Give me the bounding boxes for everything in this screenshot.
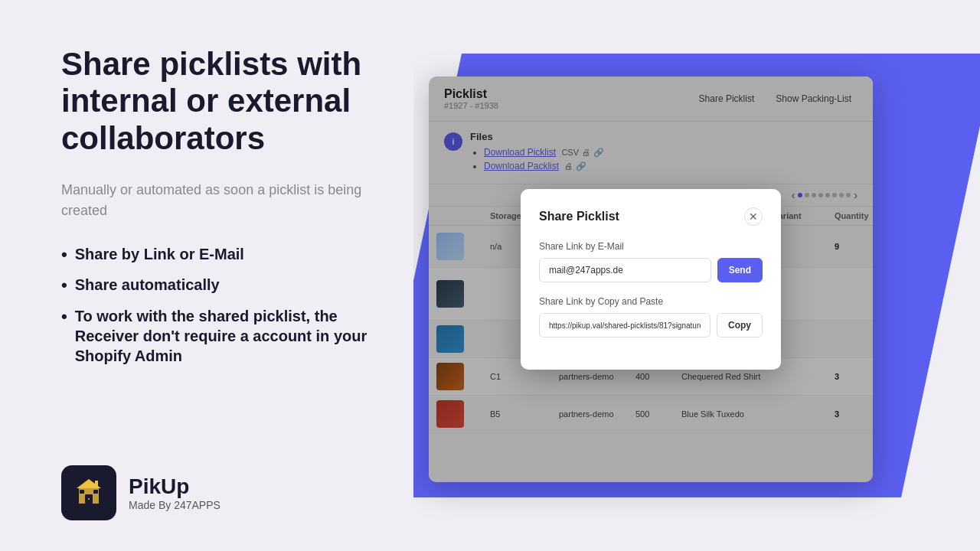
pikup-logo-icon xyxy=(72,476,106,510)
app-window: Picklist #1927 - #1938 Share Picklist Sh… xyxy=(429,77,873,482)
svg-rect-3 xyxy=(80,490,84,494)
modal-title: Share Picklist xyxy=(539,210,619,223)
email-section-label: Share Link by E-Mail xyxy=(539,241,763,252)
svg-rect-4 xyxy=(93,490,98,494)
copy-section-label: Share Link by Copy and Paste xyxy=(539,296,763,307)
copy-button[interactable]: Copy xyxy=(717,313,763,337)
main-heading: Share picklists with internal or externa… xyxy=(61,46,375,157)
email-input-row: Send xyxy=(539,258,763,282)
svg-point-6 xyxy=(88,498,90,500)
main-content: Share picklists with internal or externa… xyxy=(61,46,375,375)
right-panel: Picklist #1927 - #1938 Share Picklist Sh… xyxy=(413,0,980,551)
svg-rect-5 xyxy=(95,481,98,488)
copy-url-input[interactable] xyxy=(539,313,710,337)
brand-text: PikUp Made By 247APPS xyxy=(129,474,220,511)
bullet-item-1: Share by Link or E-Mail xyxy=(61,244,375,266)
email-input[interactable] xyxy=(539,258,711,282)
brand-tagline: Made By 247APPS xyxy=(129,499,220,511)
sub-heading: Manually or automated as soon a picklist… xyxy=(61,180,375,221)
modal-overlay: Share Picklist ✕ Share Link by E-Mail Se… xyxy=(429,77,873,482)
brand-footer: PikUp Made By 247APPS xyxy=(61,465,375,520)
left-panel: Share picklists with internal or externa… xyxy=(0,0,413,551)
bullet-list: Share by Link or E-Mail Share automatica… xyxy=(61,244,375,366)
modal-header: Share Picklist ✕ xyxy=(539,207,763,226)
copy-input-row: Copy xyxy=(539,313,763,337)
brand-name: PikUp xyxy=(129,474,220,499)
share-picklist-modal: Share Picklist ✕ Share Link by E-Mail Se… xyxy=(521,189,781,370)
bullet-item-2: Share automatically xyxy=(61,275,375,297)
modal-close-button[interactable]: ✕ xyxy=(744,207,763,226)
brand-logo xyxy=(61,465,116,520)
bullet-item-3: To work with the shared picklist, the Re… xyxy=(61,306,375,366)
send-email-button[interactable]: Send xyxy=(717,258,763,282)
